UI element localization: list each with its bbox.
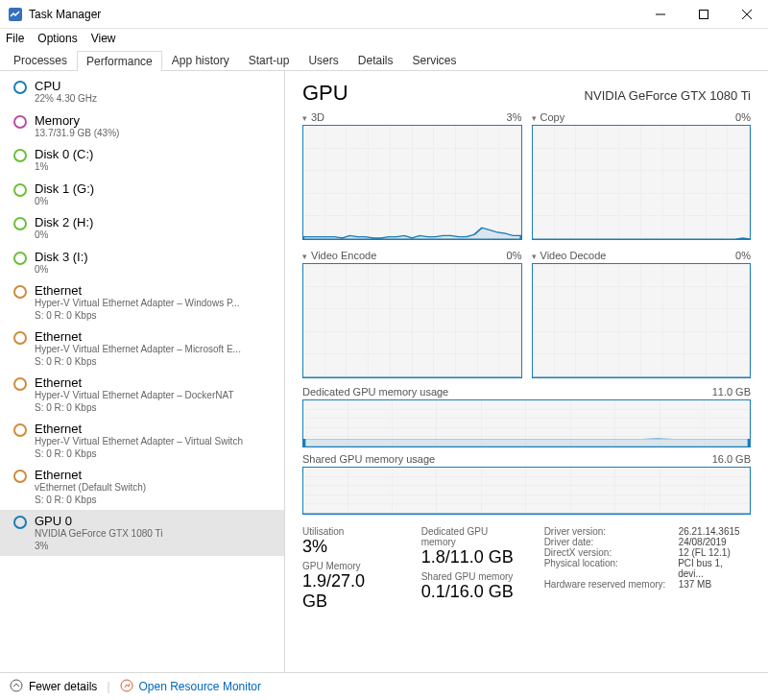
sidebar-item-name: Disk 2 (H:) <box>35 215 93 229</box>
sidebar-item[interactable]: EthernetHyper-V Virtual Ethernet Adapter… <box>0 372 284 418</box>
sidebar-item[interactable]: EthernetHyper-V Virtual Ethernet Adapter… <box>0 279 284 326</box>
sidebar-item-name: Ethernet <box>35 283 240 298</box>
tab-start-up[interactable]: Start-up <box>239 50 300 70</box>
status-ring-icon <box>13 377 27 391</box>
status-ring-icon <box>13 423 27 437</box>
sidebar-item-name: Disk 3 (I:) <box>35 250 88 264</box>
sidebar-item-sub: vEthernet (Default Switch) <box>35 482 146 495</box>
menu-options[interactable]: Options <box>37 32 77 45</box>
tab-users[interactable]: Users <box>299 50 348 70</box>
sidebar-item[interactable]: Disk 2 (H:)0% <box>0 211 284 246</box>
status-ring-icon <box>13 217 27 230</box>
sidebar-item[interactable]: Memory13.7/31.9 GB (43%) <box>0 109 284 144</box>
chevron-down-icon: ▾ <box>302 113 307 123</box>
stat-smem-label: Shared GPU memory <box>421 571 525 582</box>
sidebar-item[interactable]: Disk 3 (I:)0% <box>0 246 284 280</box>
open-resmon-link[interactable]: Open Resource Monitor <box>139 680 261 693</box>
chevron-down-icon: ▾ <box>302 252 307 261</box>
chart-3d[interactable]: ▾3D3% <box>302 111 522 240</box>
performance-sidebar: CPU22% 4.30 GHzMemory13.7/31.9 GB (43%)D… <box>0 71 285 672</box>
sidebar-item-name: Disk 1 (G:) <box>35 181 94 196</box>
stat-util: 3% <box>302 537 395 557</box>
stat-smem: 0.1/16.0 GB <box>421 582 525 602</box>
sidebar-item-sub2: S: 0 R: 0 Kbps <box>35 356 241 369</box>
status-ring-icon <box>13 149 27 162</box>
sidebar-item-sub: 0% <box>35 196 94 208</box>
chart-copy[interactable]: ▾Copy0% <box>532 111 752 240</box>
sidebar-item-sub: Hyper-V Virtual Ethernet Adapter – Micro… <box>35 344 241 356</box>
tabs: Processes Performance App history Start-… <box>0 48 768 71</box>
status-ring-icon <box>13 252 27 265</box>
sidebar-item-name: GPU 0 <box>35 514 162 528</box>
sidebar-item-name: Ethernet <box>35 422 243 436</box>
stat-util-label: Utilisation <box>302 526 395 537</box>
footer: Fewer details | Open Resource Monitor <box>0 672 768 700</box>
taskmgr-icon <box>8 7 23 22</box>
stat-dmem-label: Dedicated GPU memory <box>421 526 525 547</box>
sidebar-item-name: Ethernet <box>35 329 241 344</box>
menu-view[interactable]: View <box>91 32 116 45</box>
titlebar[interactable]: Task Manager <box>0 0 768 29</box>
sidebar-item-sub2: S: 0 R: 0 Kbps <box>35 310 240 323</box>
menubar: File Options View <box>0 29 768 48</box>
stat-dmem: 1.8/11.0 GB <box>421 547 525 567</box>
chevron-down-icon: ▾ <box>532 113 537 123</box>
stat-gmem-label: GPU Memory <box>302 561 395 571</box>
tab-app-history[interactable]: App history <box>162 50 239 70</box>
sidebar-item-sub: NVIDIA GeForce GTX 1080 Ti <box>35 528 162 541</box>
sidebar-item-name: Ethernet <box>35 468 146 482</box>
gpu-details: Driver version:26.21.14.3615 Driver date… <box>544 526 751 590</box>
sidebar-item-sub: 0% <box>35 264 88 277</box>
sidebar-item-sub: Hyper-V Virtual Ethernet Adapter – Virtu… <box>35 436 243 448</box>
main-panel: GPU NVIDIA GeForce GTX 1080 Ti ▾3D3% ▾Co… <box>285 71 768 672</box>
status-ring-icon <box>13 285 27 299</box>
status-ring-icon <box>13 183 27 197</box>
sidebar-item-sub: 22% 4.30 GHz <box>35 93 97 106</box>
sidebar-item-sub2: S: 0 R: 0 Kbps <box>35 402 234 415</box>
menu-file[interactable]: File <box>6 32 24 45</box>
svg-point-2 <box>11 680 22 691</box>
tab-services[interactable]: Services <box>402 50 466 70</box>
tab-processes[interactable]: Processes <box>4 50 77 70</box>
chart-video-decode[interactable]: ▾Video Decode0% <box>532 250 752 378</box>
status-ring-icon <box>13 115 27 129</box>
chevron-down-icon: ▾ <box>532 252 537 261</box>
chart-video-encode[interactable]: ▾Video Encode0% <box>302 250 522 378</box>
sidebar-item-sub: Hyper-V Virtual Ethernet Adapter – Docke… <box>35 390 234 402</box>
status-ring-icon <box>13 470 27 483</box>
status-ring-icon <box>13 331 27 345</box>
sidebar-item-sub2: 3% <box>35 541 162 553</box>
sidebar-item-sub: 0% <box>35 229 93 242</box>
tab-details[interactable]: Details <box>348 50 403 70</box>
sidebar-item[interactable]: Disk 0 (C:)1% <box>0 143 284 178</box>
svg-point-3 <box>121 680 132 691</box>
sidebar-item-sub: 13.7/31.9 GB (43%) <box>35 128 119 140</box>
maximize-button[interactable] <box>682 0 725 29</box>
sidebar-item[interactable]: EthernetvEthernet (Default Switch)S: 0 R… <box>0 464 284 510</box>
chart-dedicated-mem[interactable]: Dedicated GPU memory usage11.0 GB <box>302 386 751 447</box>
minimize-button[interactable] <box>638 0 682 29</box>
sidebar-item[interactable]: GPU 0NVIDIA GeForce GTX 1080 Ti3% <box>0 510 284 556</box>
sidebar-item[interactable]: CPU22% 4.30 GHz <box>0 75 284 109</box>
sidebar-item[interactable]: EthernetHyper-V Virtual Ethernet Adapter… <box>0 326 284 372</box>
sidebar-item-sub: Hyper-V Virtual Ethernet Adapter – Windo… <box>35 298 240 310</box>
sidebar-item-sub2: S: 0 R: 0 Kbps <box>35 495 146 507</box>
page-title: GPU <box>302 81 348 106</box>
resmon-icon <box>120 679 133 695</box>
sidebar-item-name: Disk 0 (C:) <box>35 147 93 161</box>
device-name: NVIDIA GeForce GTX 1080 Ti <box>585 88 751 103</box>
fewer-details-link[interactable]: Fewer details <box>29 680 97 693</box>
chart-shared-mem[interactable]: Shared GPU memory usage16.0 GB <box>302 453 751 515</box>
status-ring-icon <box>13 516 27 529</box>
sidebar-item-name: Memory <box>35 113 119 128</box>
sidebar-item-sub: 1% <box>35 161 93 174</box>
sidebar-item[interactable]: Disk 1 (G:)0% <box>0 178 284 212</box>
sidebar-item[interactable]: EthernetHyper-V Virtual Ethernet Adapter… <box>0 418 284 464</box>
stat-gmem: 1.9/27.0 GB <box>302 571 395 612</box>
sidebar-item-name: CPU <box>35 79 97 93</box>
sidebar-item-name: Ethernet <box>35 375 234 390</box>
tab-performance[interactable]: Performance <box>77 51 162 71</box>
sidebar-item-sub2: S: 0 R: 0 Kbps <box>35 448 243 461</box>
status-ring-icon <box>13 81 27 94</box>
close-button[interactable] <box>725 0 768 29</box>
